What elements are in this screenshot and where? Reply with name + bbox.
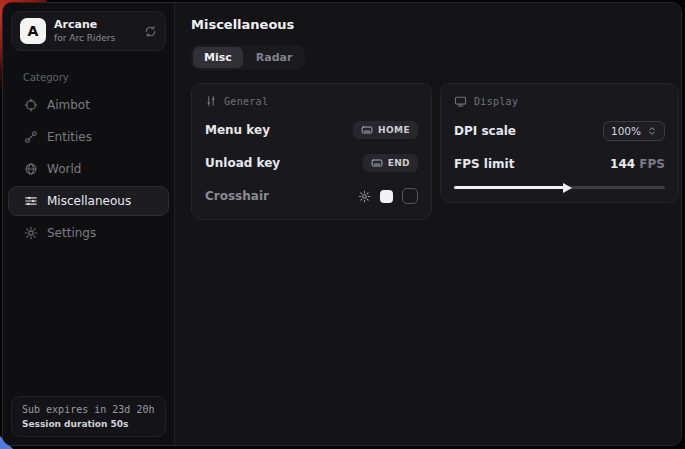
page-title: Miscellaneous — [191, 17, 679, 32]
sidebar-item-label: Miscellaneous — [47, 194, 131, 208]
dpi-scale-select[interactable]: 100% — [603, 121, 665, 141]
sidebar-item-miscellaneous[interactable]: Miscellaneous — [8, 186, 169, 216]
globe-icon — [24, 162, 38, 176]
unload-key-label: Unload key — [205, 156, 280, 170]
sidebar-item-entities[interactable]: Entities — [8, 122, 169, 152]
fps-slider-thumb[interactable] — [563, 183, 572, 193]
sidebar-item-label: Settings — [47, 226, 96, 240]
fps-limit-slider[interactable] — [454, 186, 665, 189]
chevron-up-down-icon — [647, 126, 657, 136]
session-duration-text: Session duration 50s — [22, 419, 155, 429]
sliders-icon — [205, 95, 217, 107]
monitor-icon — [454, 95, 467, 108]
keyboard-icon — [361, 124, 373, 136]
general-panel-title: General — [224, 96, 268, 107]
crosshair-checkbox[interactable] — [402, 188, 418, 204]
sub-expires-text: Sub expires in 23d 20h — [22, 404, 155, 415]
tab-radar[interactable]: Radar — [245, 47, 304, 68]
menu-key-value: HOME — [378, 125, 410, 135]
crosshair-color-swatch[interactable] — [380, 190, 393, 203]
app-logo: A — [20, 18, 46, 44]
sidebar-item-settings[interactable]: Settings — [8, 218, 169, 248]
fps-slider-fill — [454, 186, 566, 189]
fps-unit: FPS — [639, 157, 665, 171]
fps-limit-row: FPS limit 144 FPS — [454, 154, 665, 174]
tab-bar: Misc Radar — [191, 45, 305, 70]
general-panel-header: General — [205, 95, 418, 107]
subscription-card: Sub expires in 23d 20h Session duration … — [11, 396, 166, 437]
fps-limit-label: FPS limit — [454, 157, 514, 171]
menu-key-binding[interactable]: HOME — [353, 121, 418, 139]
general-panel: General Menu key HOME Unload key — [191, 83, 432, 220]
category-label: Category — [23, 72, 174, 83]
crosshair-controls — [358, 188, 418, 204]
gear-icon — [24, 226, 38, 240]
crosshair-label: Crosshair — [205, 189, 269, 203]
unload-key-row: Unload key END — [205, 153, 418, 173]
dpi-scale-value: 100% — [611, 125, 641, 137]
menu-key-label: Menu key — [205, 123, 270, 137]
sidebar-item-label: Entities — [47, 130, 92, 144]
menu-key-row: Menu key HOME — [205, 120, 418, 140]
sidebar-item-aimbot[interactable]: Aimbot — [8, 90, 169, 120]
crosshair-icon — [24, 98, 38, 112]
unload-key-binding[interactable]: END — [363, 154, 418, 172]
keyboard-icon — [371, 157, 383, 169]
sidebar: A Arcane for Arc Riders Category — [3, 3, 175, 445]
display-panel-header: Display — [454, 95, 665, 108]
sliders-icon — [24, 194, 38, 208]
brand-subtitle: for Arc Riders — [54, 33, 136, 43]
brand-card: A Arcane for Arc Riders — [11, 11, 166, 51]
dpi-scale-row: DPI scale 100% — [454, 121, 665, 141]
gear-icon[interactable] — [358, 190, 371, 203]
unload-key-value: END — [388, 158, 410, 168]
brand-text: Arcane for Arc Riders — [54, 19, 136, 43]
sidebar-item-label: Aimbot — [47, 98, 90, 112]
sidebar-nav: Aimbot Entities World — [3, 88, 174, 248]
main-content: Miscellaneous Misc Radar General — [175, 3, 682, 445]
display-panel-title: Display — [474, 96, 518, 107]
refresh-icon[interactable] — [144, 25, 157, 38]
app-window: A Arcane for Arc Riders Category — [2, 2, 682, 446]
dpi-scale-label: DPI scale — [454, 124, 516, 138]
sidebar-item-world[interactable]: World — [8, 154, 169, 184]
crosshair-row: Crosshair — [205, 186, 418, 206]
fps-number: 144 — [610, 157, 635, 171]
fps-limit-value: 144 FPS — [610, 157, 665, 171]
route-icon — [24, 130, 38, 144]
display-panel: Display DPI scale 100% FPS limit — [440, 83, 679, 203]
tab-misc[interactable]: Misc — [193, 47, 243, 68]
brand-title: Arcane — [54, 19, 136, 32]
panels-row: General Menu key HOME Unload key — [191, 83, 679, 220]
sidebar-item-label: World — [47, 162, 81, 176]
